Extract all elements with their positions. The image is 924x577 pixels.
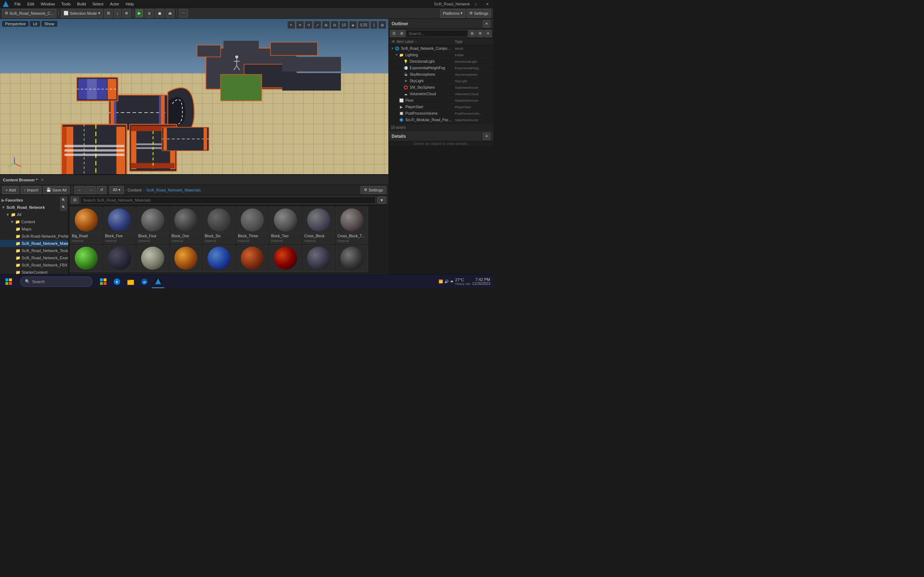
platforms-button[interactable]: Platforms ▾	[440, 9, 465, 18]
bread-materials[interactable]: Scifi_Road_Netowrk_Materials	[145, 187, 202, 193]
menu-select[interactable]: Select	[89, 1, 107, 7]
sidebar-maps[interactable]: 📁 Maps	[0, 226, 68, 233]
network-search-icon[interactable]: 🔍	[60, 204, 67, 211]
minimize-button[interactable]: ─	[459, 0, 470, 8]
favorites-search-icon[interactable]: 🔍	[60, 197, 67, 203]
asset-item-cross_block_two[interactable]: Cross_Block_Two Material	[336, 206, 368, 244]
menu-actor[interactable]: Actor	[107, 1, 122, 7]
asset-item-cross_block[interactable]: Cross_Block Material	[302, 206, 335, 244]
sidebar-favorites[interactable]: ▶ Favorites 🔍	[0, 197, 68, 204]
outliner-filter-btn[interactable]: ☰	[390, 30, 397, 37]
outliner-item-10[interactable]: 🔲 PostProcessVolume PostProcessVolu...	[389, 110, 493, 117]
grid-value-btn[interactable]: 0.25	[358, 21, 370, 29]
snap-button[interactable]: ⊞	[104, 9, 113, 18]
outliner-item-6[interactable]: ⭕ SM_SkySphere StaticMeshActor	[389, 84, 493, 91]
lit-badge[interactable]: Lit	[30, 21, 40, 27]
import-button[interactable]: ↑ Import	[21, 186, 42, 194]
outliner-settings-btn[interactable]: ⚙	[477, 30, 484, 37]
asset-search-input[interactable]	[81, 197, 376, 204]
asset-item-r2_5[interactable]: r2_5 Material	[236, 245, 268, 272]
outliner-item-8[interactable]: ⬜ Floor StaticMeshActor	[389, 97, 493, 104]
grid-snap-btn[interactable]: ⊟	[331, 21, 339, 29]
asset-item-r2_4[interactable]: r2_4 Material	[203, 245, 235, 272]
start-button[interactable]	[0, 274, 17, 289]
asset-item-big_road[interactable]: Big_Road Material	[70, 206, 102, 244]
cb-close-button[interactable]: ✕	[40, 177, 45, 182]
maximize-button[interactable]: □	[470, 0, 481, 8]
menu-build[interactable]: Build	[74, 1, 89, 7]
sidebar-all[interactable]: ▼ 📁 All	[0, 211, 68, 218]
asset-item-block_six[interactable]: Block_Six Material	[203, 206, 235, 244]
camera-speed-btn[interactable]: 1	[370, 21, 378, 29]
asset-item-r2_8[interactable]: r2_8 Material	[336, 245, 368, 272]
asset-item-block_one[interactable]: Block_One Material	[170, 206, 202, 244]
outliner-item-7[interactable]: ☁ VolumetricCloud VolumetricCloud	[389, 91, 493, 97]
grid-btn[interactable]: ⊞	[322, 21, 330, 29]
volume-icon[interactable]: 🔊	[444, 279, 449, 284]
translate-btn[interactable]: ✛	[296, 21, 304, 29]
taskbar-app-2[interactable]: e	[110, 275, 123, 288]
outliner-close-btn[interactable]: ✕	[483, 20, 490, 27]
perspective-badge[interactable]: Perspective	[2, 21, 29, 27]
menu-tools[interactable]: Tools	[58, 1, 74, 7]
all-toggle-button[interactable]: All ▾	[109, 186, 123, 194]
asset-item-r2_6[interactable]: r2_6 Material	[269, 245, 302, 272]
forward-button[interactable]: →	[86, 186, 96, 194]
filter-arrow[interactable]: ▼	[377, 197, 386, 204]
outliner-item-9[interactable]: ▶ PlayerStart PlayerStart	[389, 104, 493, 110]
viewport-settings-btn[interactable]: ⊞	[378, 21, 386, 29]
asset-item-block_five[interactable]: Block_Five Material	[103, 206, 136, 244]
sidebar-textures[interactable]: 📁 Scifi_Road_Network_Textures	[0, 247, 68, 254]
taskbar-app-1[interactable]	[97, 275, 110, 288]
outliner-item-2[interactable]: 💡 DirectionalLight DirectionalLight	[389, 58, 493, 65]
sidebar-fbx[interactable]: 📁 Scifi_Road_Network_FBX	[0, 261, 68, 269]
asset-item-green_block[interactable]: Green_Block Material	[70, 245, 102, 272]
menu-edit[interactable]: Edit	[24, 1, 37, 7]
taskbar-explorer-app[interactable]	[124, 275, 137, 288]
more-options-button[interactable]: ⋯	[179, 9, 188, 18]
add-button[interactable]: + Add	[2, 186, 19, 194]
save-all-button[interactable]: 💾 Save All	[43, 186, 70, 194]
play-button[interactable]: ▶	[135, 9, 143, 18]
sidebar-materials[interactable]: 📁 Scifi_Road_Netowrk_Materials	[0, 240, 68, 247]
app-logo[interactable]	[2, 0, 10, 8]
outliner-item-0[interactable]: ▼ 🌐 Scifi_Road_Network_Components (E... …	[389, 45, 493, 52]
menu-help[interactable]: Help	[123, 1, 137, 7]
transform-button[interactable]: ↕	[114, 9, 121, 18]
outliner-item-4[interactable]: 🌤 SkyAtmosphere SkyAtmosphere	[389, 71, 493, 78]
outliner-search-input[interactable]	[406, 30, 468, 37]
asset-item-block_four[interactable]: Block_Four Material	[136, 206, 169, 244]
sidebar-content[interactable]: ▼ 📁 Content	[0, 218, 68, 226]
filter-dropdown[interactable]: ⊟	[71, 197, 79, 204]
taskbar-ue-app[interactable]	[152, 275, 165, 288]
gizmo-button[interactable]: ⊕	[122, 9, 131, 18]
bread-content[interactable]: Content	[126, 187, 142, 193]
taskbar-time[interactable]: 7:42 PM 11/26/2023	[472, 277, 490, 285]
taskbar-search-box[interactable]: 🔍 Search	[20, 277, 92, 287]
select-vp-btn[interactable]: ↖	[287, 21, 295, 29]
outliner-item-11[interactable]: 🔷 Sci-Fi_Modular_Road_Pack_Compo StaticM…	[389, 117, 493, 123]
scale-btn[interactable]: ⤢	[313, 21, 321, 29]
refresh-button[interactable]: ↺	[97, 186, 107, 194]
stop-button[interactable]: ⏹	[155, 9, 164, 18]
cb-settings-button[interactable]: ⚙ Settings	[360, 186, 386, 194]
asset-item-block_two[interactable]: Block_Two Material	[269, 206, 302, 244]
back-button[interactable]: ←	[74, 186, 85, 194]
outliner-item-5[interactable]: ☀ SkyLight SkyLight	[389, 78, 493, 84]
select-mode-button[interactable]: ⬜ Selection Mode ▾	[61, 9, 103, 18]
project-settings-button[interactable]: ⚙ Scifi_Road_Network_C...	[2, 9, 56, 18]
outliner-item-3[interactable]: 💨 ExponentialHeightFog ExponentialHeig..…	[389, 65, 493, 71]
viewport[interactable]: Perspective Lit Show ↖ ✛ ↺ ⤢ ⊞ ⊟ 10 ◈ 0.…	[0, 19, 388, 174]
pause-button[interactable]: ⏸	[145, 9, 154, 18]
taskbar-app-edge[interactable]	[138, 275, 151, 288]
sidebar-example-fb[interactable]: 📁 Scifi_Road_Network_Example_FB	[0, 254, 68, 261]
outliner-expand-btn[interactable]: ⊞	[398, 30, 405, 37]
surface-snap-btn[interactable]: ◈	[349, 21, 357, 29]
grid-size-btn[interactable]: 10	[339, 21, 348, 29]
network-icon[interactable]: 📶	[439, 279, 443, 284]
menu-file[interactable]: File	[11, 1, 24, 7]
asset-item-r2_2[interactable]: r2_2 Material	[136, 245, 169, 272]
asset-item-r2_3[interactable]: r2_3 Material	[170, 245, 202, 272]
sidebar-prefabs[interactable]: 📁 Scifi-Road-Network_Prefabs	[0, 233, 68, 240]
asset-item-r2_7[interactable]: r2_7 Material	[302, 245, 335, 272]
